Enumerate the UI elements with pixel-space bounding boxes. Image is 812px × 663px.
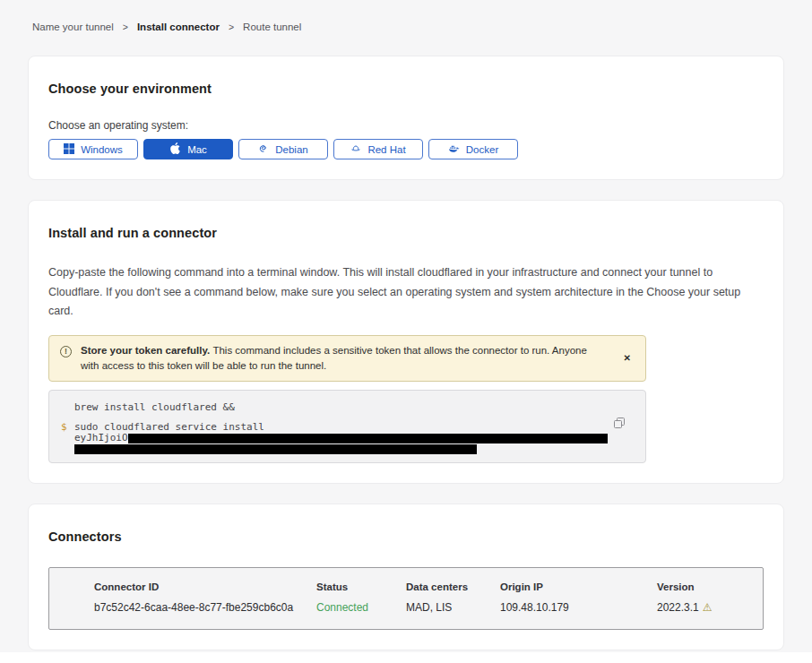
copy-icon bbox=[613, 418, 626, 432]
cell-version: 2022.3.1⚠ bbox=[657, 601, 754, 614]
version-value: 2022.3.1 bbox=[657, 601, 699, 614]
os-button-redhat[interactable]: Red Hat bbox=[333, 139, 423, 159]
choose-environment-card: Choose your environment Choose an operat… bbox=[28, 56, 784, 180]
code-line-brew: brew install cloudflared && bbox=[74, 402, 633, 413]
redacted-token-bar bbox=[128, 434, 608, 443]
info-icon: ! bbox=[60, 346, 72, 357]
install-description: Copy-paste the following command into a … bbox=[48, 263, 761, 322]
os-button-windows[interactable]: Windows bbox=[48, 139, 138, 159]
close-icon[interactable]: ✕ bbox=[620, 349, 635, 366]
col-header-origin-ip: Origin IP bbox=[500, 581, 657, 592]
install-card-title: Install and run a connector bbox=[48, 226, 764, 240]
debian-icon bbox=[258, 143, 269, 156]
breadcrumb-separator: > bbox=[123, 22, 128, 32]
banner-text: Store your token carefully. This command… bbox=[81, 343, 606, 375]
docker-icon bbox=[448, 142, 460, 156]
token-line: eyJhIjoiO bbox=[74, 433, 633, 443]
os-button-docker[interactable]: Docker bbox=[428, 139, 518, 159]
cell-connector-id: b7c52c42-6caa-48ee-8c77-fbe259cb6c0a bbox=[94, 601, 316, 614]
os-button-mac[interactable]: Mac bbox=[143, 139, 233, 159]
os-button-label: Debian bbox=[275, 144, 307, 155]
col-header-connector-id: Connector ID bbox=[94, 581, 316, 592]
col-header-data-centers: Data centers bbox=[406, 581, 500, 592]
install-connector-card: Install and run a connector Copy-paste t… bbox=[28, 200, 784, 484]
token-warning-banner: ! Store your token carefully. This comma… bbox=[48, 335, 646, 383]
os-button-group: Windows Mac Debian Red Hat bbox=[48, 139, 764, 159]
tunnel-setup-page: Name your tunnel > Install connector > R… bbox=[0, 0, 812, 663]
cell-data-centers: MAD, LIS bbox=[406, 601, 500, 614]
os-select-label: Choose an operating system: bbox=[48, 119, 764, 132]
redacted-token-bar bbox=[74, 444, 477, 454]
redhat-icon bbox=[350, 143, 361, 156]
banner-title: Store your token carefully. bbox=[81, 345, 212, 356]
token-line-2 bbox=[74, 443, 633, 454]
os-button-label: Red Hat bbox=[367, 144, 405, 155]
breadcrumb: Name your tunnel > Install connector > R… bbox=[32, 22, 784, 32]
connectors-card: Connectors Connector ID Status Data cent… bbox=[28, 504, 784, 650]
os-button-label: Windows bbox=[81, 144, 123, 155]
page-bottom-strip bbox=[0, 652, 812, 663]
connectors-card-title: Connectors bbox=[48, 530, 764, 544]
token-prefix: eyJhIjoiO bbox=[74, 432, 128, 443]
step-name-your-tunnel[interactable]: Name your tunnel bbox=[32, 22, 114, 32]
os-button-debian[interactable]: Debian bbox=[238, 139, 328, 159]
cell-status: Connected bbox=[316, 601, 406, 614]
connectors-table: Connector ID Status Data centers Origin … bbox=[48, 567, 764, 630]
cell-origin-ip: 109.48.10.179 bbox=[500, 601, 657, 614]
col-header-status: Status bbox=[316, 581, 406, 592]
shell-prompt: $ bbox=[61, 422, 74, 433]
apple-icon bbox=[169, 142, 181, 156]
step-install-connector[interactable]: Install connector bbox=[137, 22, 220, 32]
environment-card-title: Choose your environment bbox=[48, 82, 764, 96]
breadcrumb-separator: > bbox=[229, 22, 234, 32]
os-button-label: Docker bbox=[466, 144, 498, 155]
os-button-label: Mac bbox=[187, 144, 207, 155]
code-line-command: $ sudo cloudflared service install bbox=[61, 422, 633, 433]
windows-icon bbox=[64, 143, 74, 156]
warning-icon: ⚠ bbox=[703, 601, 713, 614]
step-route-tunnel[interactable]: Route tunnel bbox=[243, 22, 301, 32]
copy-command-button[interactable] bbox=[613, 417, 626, 429]
install-command-codeblock: brew install cloudflared && $ sudo cloud… bbox=[48, 390, 646, 463]
col-header-version: Version bbox=[657, 581, 754, 592]
